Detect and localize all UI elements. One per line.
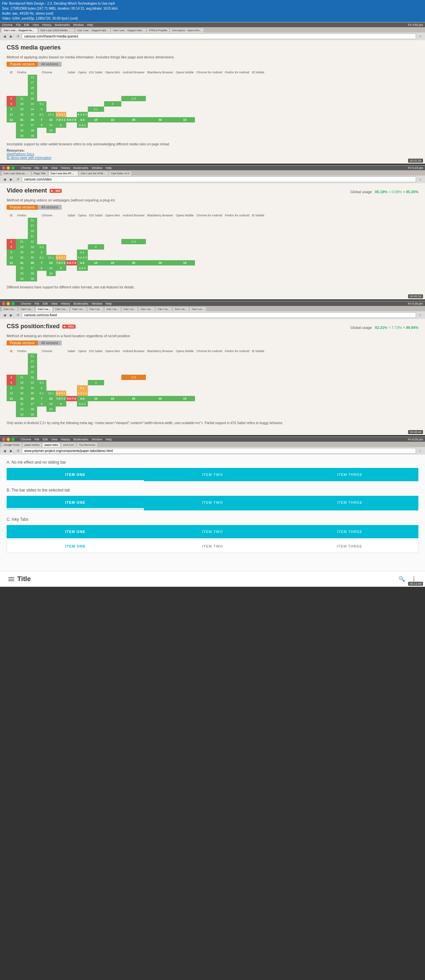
tab-3-1[interactable]: Can I us... xyxy=(1,307,18,311)
paper-tab-c-bot-2[interactable]: ITEM TWO xyxy=(144,540,281,552)
tab-3-3[interactable]: Can I us... xyxy=(35,307,53,311)
menu-window-4[interactable]: Window xyxy=(92,438,102,441)
menu-help[interactable]: Help xyxy=(87,23,93,27)
menu-window-3[interactable]: Window xyxy=(92,302,102,305)
close-btn-2[interactable] xyxy=(2,166,5,170)
paper-tab-a-3[interactable]: ITEM THREE xyxy=(281,468,419,481)
bookmark-btn-4[interactable]: ☆ xyxy=(417,449,423,453)
menu-history-2[interactable]: History xyxy=(61,166,70,170)
back-btn-3[interactable]: ◀ xyxy=(2,313,7,318)
paper-tab-c-bot-3[interactable]: ITEM THREE xyxy=(281,540,418,552)
bookmark-btn-2[interactable]: ☆ xyxy=(417,177,423,182)
tab-4-5[interactable]: Try Discourse xyxy=(76,442,97,447)
max-btn-2[interactable] xyxy=(11,166,14,170)
tab-4-3[interactable]: paper-tabs xyxy=(42,442,60,447)
tab-3-9[interactable]: Can I us... xyxy=(138,307,155,311)
tab-3-5[interactable]: Can I us... xyxy=(70,307,87,311)
tab-3-11[interactable]: Can I us... xyxy=(172,307,189,311)
popular-versions-tab-2[interactable]: Popular versions xyxy=(6,205,38,210)
menu-edit-3[interactable]: Edit xyxy=(43,302,48,305)
bookmark-btn-3[interactable]: ☆ xyxy=(417,313,423,318)
paper-tab-a-2[interactable]: ITEM TWO xyxy=(144,468,281,481)
tab-1-5[interactable]: HTML5 Polyfills xyxy=(146,28,170,32)
menu-edit[interactable]: Edit xyxy=(24,23,30,27)
forward-btn-4[interactable]: ▶ xyxy=(9,449,14,453)
tab-3-6[interactable]: Can I us... xyxy=(87,307,104,311)
refresh-btn-1[interactable]: ↺ xyxy=(15,34,21,39)
min-btn-2[interactable] xyxy=(6,166,10,170)
back-btn-1[interactable]: ◀ xyxy=(2,34,7,39)
max-btn-3[interactable] xyxy=(11,302,14,305)
menu-history-3[interactable]: History xyxy=(61,302,70,305)
bookmark-btn-1[interactable]: ☆ xyxy=(417,34,423,39)
menu-bookmarks-2[interactable]: Bookmarks xyxy=(73,166,88,170)
refresh-btn-2[interactable]: ↺ xyxy=(15,177,21,182)
tab-2-5[interactable]: Tryit Editor v2.0 xyxy=(109,171,132,175)
menu-history-4[interactable]: History xyxy=(61,438,70,441)
min-btn-4[interactable] xyxy=(6,438,10,441)
tab-1-1[interactable]: Can I use... Support tabl... xyxy=(1,28,38,32)
menu-file[interactable]: File xyxy=(16,23,21,27)
tab-2-1[interactable]: Can I use New semant... xyxy=(1,171,31,175)
min-btn-3[interactable] xyxy=(6,302,10,305)
menu-view-3[interactable]: View xyxy=(51,302,57,305)
all-versions-tab-2[interactable]: All versions xyxy=(38,205,61,210)
tab-2-2[interactable]: Page Title xyxy=(32,171,48,175)
menu-help-4[interactable]: Help xyxy=(105,438,112,441)
tab-3-10[interactable]: Can I us... xyxy=(155,307,172,311)
address-input-3[interactable] xyxy=(22,312,416,318)
all-versions-tab-1[interactable]: All versions xyxy=(38,62,61,67)
tab-1-4[interactable]: Can I use... Support tabl... xyxy=(111,28,146,32)
tab-1-3[interactable]: Can I use... Support tabl... xyxy=(75,28,110,32)
tab-1-2[interactable]: Can I use CSS3 Media O... xyxy=(38,28,75,32)
search-btn[interactable]: 🔍 xyxy=(396,573,408,585)
menu-history[interactable]: History xyxy=(42,23,51,27)
menu-bookmarks-3[interactable]: Bookmarks xyxy=(73,302,88,305)
close-btn-3[interactable] xyxy=(2,302,5,305)
paper-tab-a-1[interactable]: ITEM ONE xyxy=(6,468,144,481)
paper-tab-b-1[interactable]: ITEM ONE xyxy=(6,496,144,509)
menu-window-2[interactable]: Window xyxy=(92,166,102,170)
tab-4-4[interactable]: core-icon xyxy=(61,442,76,447)
popular-versions-tab-3[interactable]: Popular versions xyxy=(6,340,38,345)
menu-file-2[interactable]: File xyxy=(35,166,40,170)
forward-btn-3[interactable]: ▶ xyxy=(9,313,14,318)
menu-bookmarks[interactable]: Bookmarks xyxy=(55,23,70,27)
refresh-btn-4[interactable]: ↺ xyxy=(15,449,21,453)
menu-help-3[interactable]: Help xyxy=(105,302,112,305)
forward-btn-2[interactable]: ▶ xyxy=(9,177,14,182)
back-btn-2[interactable]: ◀ xyxy=(2,177,7,182)
paper-tab-b-3[interactable]: ITEM THREE xyxy=(281,496,419,509)
menu-file-3[interactable]: File xyxy=(35,302,40,305)
refresh-btn-3[interactable]: ↺ xyxy=(15,313,21,318)
tab-4-1[interactable]: Google Fonts xyxy=(1,442,22,447)
tab-4-2[interactable]: paper-button xyxy=(22,442,42,447)
menu-edit-4[interactable]: Edit xyxy=(43,438,48,441)
menu-file-4[interactable]: File xyxy=(35,438,40,441)
address-input-4[interactable] xyxy=(22,448,416,453)
tab-2-3[interactable]: Can I use the HTML5 vi... xyxy=(48,171,78,175)
address-input-1[interactable] xyxy=(22,33,416,39)
paper-tab-b-2[interactable]: ITEM TWO xyxy=(144,496,281,509)
paper-tab-c-1[interactable]: ITEM ONE xyxy=(6,525,144,538)
tab-2-4[interactable]: Can I use the HTML5 au... xyxy=(79,171,108,175)
tab-3-2[interactable]: Can I us... xyxy=(18,307,35,311)
paper-tab-c-3[interactable]: ITEM THREE xyxy=(281,525,419,538)
back-btn-4[interactable]: ◀ xyxy=(2,449,7,453)
resource-link-1[interactable]: WebPlatform Docs xyxy=(6,152,419,156)
popular-versions-tab-1[interactable]: Popular versions xyxy=(6,62,38,67)
tab-1-6[interactable]: Dev.Opera - Opera Bro... xyxy=(170,28,204,32)
menu-view-4[interactable]: View xyxy=(51,438,57,441)
close-btn-4[interactable] xyxy=(2,438,5,441)
menu-bookmarks-4[interactable]: Bookmarks xyxy=(73,438,88,441)
address-input-2[interactable] xyxy=(22,177,416,182)
tab-3-12[interactable]: Can I us... xyxy=(189,307,206,311)
tab-3-4[interactable]: Can I us... xyxy=(53,307,70,311)
menu-view[interactable]: View xyxy=(32,23,39,27)
menu-help-2[interactable]: Help xyxy=(105,166,112,170)
menu-edit-2[interactable]: Edit xyxy=(43,166,48,170)
paper-tab-c-bot-1[interactable]: ITEM ONE xyxy=(7,540,144,552)
max-btn-4[interactable] xyxy=(11,438,14,441)
paper-tab-c-2[interactable]: ITEM TWO xyxy=(144,525,281,538)
menu-window[interactable]: Window xyxy=(73,23,84,27)
